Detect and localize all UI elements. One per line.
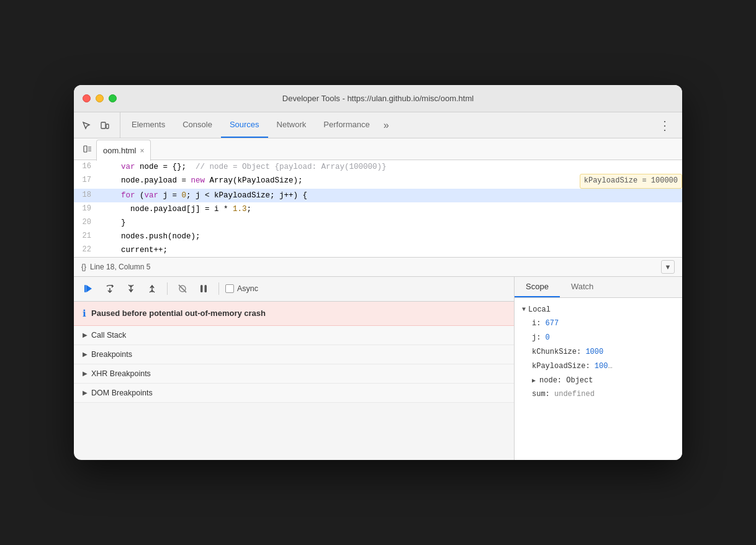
xhr-breakpoints-header[interactable]: ▶ XHR Breakpoints [74,364,514,383]
scope-key-j: j: [532,333,546,342]
line-content-21: nodes.push(node); [97,230,682,243]
breakpoints-arrow: ▶ [83,351,88,358]
svg-rect-1 [106,124,109,128]
maximize-button[interactable] [109,94,117,102]
line-content-17: node.payload = new Array(kPayloadSize); [97,174,575,187]
window-title: Developer Tools - https://ulan.github.io… [282,94,474,103]
dom-breakpoints-label: DOM Breakpoints [91,389,153,397]
statusbar: {} Line 18, Column 5 ▼ [74,257,682,277]
async-label: Async [237,284,258,293]
tab-sources[interactable]: Sources [221,112,268,138]
inspect-icon[interactable] [79,118,94,133]
filetab-close-button[interactable]: × [140,146,144,155]
line-num-22: 22 [74,243,97,256]
statusbar-collapse-button[interactable]: ▼ [661,260,675,274]
scope-content: ▼ Local i: 677 j: 0 kChunkSize: 1000 kPa… [515,298,682,407]
debug-right-panel: Scope Watch ▼ Local i: 677 j: 0 kChunkSi… [515,277,682,460]
scope-item-kpayloadsize: kPayloadSize: 100… [522,359,675,374]
code-line-22: 22 current++; [74,243,682,257]
breakpoints-header[interactable]: ▶ Breakpoints [74,345,514,364]
debug-toolbar: Async [74,277,514,302]
pause-message: Paused before potential out-of-memory cr… [91,309,266,318]
statusbar-position: Line 18, Column 5 [90,263,150,271]
step-into-button[interactable] [122,281,140,297]
code-line-18: 18 for (var j = 0; j < kPayloadSize; j++… [74,189,682,202]
tab-elements[interactable]: Elements [123,112,174,138]
tab-performance[interactable]: Performance [315,112,378,138]
file-tab-oom[interactable]: oom.html × [96,140,151,161]
line-num-18: 18 [74,189,97,201]
svg-line-8 [179,285,186,292]
titlebar: Developer Tools - https://ulan.github.io… [74,85,682,112]
dom-breakpoints-section: ▶ DOM Breakpoints [74,384,514,403]
dom-breakpoints-arrow: ▶ [83,389,88,396]
pause-on-exception-button[interactable] [195,281,212,297]
close-button[interactable] [83,94,91,102]
async-checkbox-container[interactable]: Async [225,284,258,293]
device-icon[interactable] [97,118,112,133]
scope-val-kpayloadsize-overflow: … [608,362,612,371]
scope-key-kpayloadsize: kPayloadSize: [532,362,595,371]
scope-val-kpayloadsize: 100 [595,362,608,371]
local-section-arrow: ▼ [522,304,526,315]
code-line-16: 16 var node = {}; // node = Object {payl… [74,160,682,174]
scope-item-i: i: 677 [522,317,675,331]
scope-item-sum: sum: undefined [522,387,675,402]
node-arrow: ▶ [532,377,539,384]
line-num-20: 20 [74,216,97,228]
xhr-breakpoints-arrow: ▶ [83,370,88,377]
debug-left-panel: Async ℹ Paused before potential out-of-m… [74,277,515,460]
debug-area: Async ℹ Paused before potential out-of-m… [74,277,682,460]
svg-rect-0 [101,122,106,128]
line-num-16: 16 [74,160,97,173]
line-content-16: var node = {}; // node = Object {payload… [97,160,682,174]
call-stack-label: Call Stack [91,331,126,340]
line-num-19: 19 [74,202,97,215]
toolbar-separator-2 [218,282,219,295]
line-content-19: node.payload[j] = i * 1.3; [97,202,682,216]
scope-tab[interactable]: Scope [515,277,560,297]
devtools-window: Developer Tools - https://ulan.github.io… [74,85,682,459]
scope-val-i: 677 [546,319,559,328]
tab-network[interactable]: Network [268,112,315,138]
scope-watch-tabs: Scope Watch [515,277,682,298]
svg-rect-7 [84,285,86,292]
watch-tab[interactable]: Watch [560,277,605,297]
scope-val-kchunksize: 1000 [585,348,603,356]
async-checkbox[interactable] [225,284,234,293]
local-label: Local [528,303,551,317]
minimize-button[interactable] [96,94,104,102]
filetab-label: oom.html [103,146,136,155]
deactivate-breakpoints-button[interactable] [174,281,191,297]
call-stack-arrow: ▶ [83,331,88,338]
svg-rect-2 [84,146,87,152]
line-content-20: } [97,216,682,230]
xhr-breakpoints-section: ▶ XHR Breakpoints [74,364,514,384]
svg-rect-11 [205,285,207,292]
call-stack-header[interactable]: ▶ Call Stack [74,326,514,345]
local-section-label: ▼ Local [522,303,675,317]
xhr-breakpoints-label: XHR Breakpoints [91,369,151,378]
tab-console[interactable]: Console [174,112,221,138]
line-num-17: 17 [74,174,97,186]
code-line-17: 17 node.payload = new Array(kPayloadSize… [74,174,682,188]
dom-breakpoints-header[interactable]: ▶ DOM Breakpoints [74,384,514,402]
scope-val-j: 0 [546,333,550,342]
sidebar-toggle-icon[interactable] [79,140,96,158]
scope-item-kchunksize: kChunkSize: 1000 [522,345,675,359]
breakpoints-section: ▶ Breakpoints [74,345,514,364]
statusbar-curly-icon: {} [81,263,86,271]
file-tabbar: oom.html × [74,138,682,160]
more-tabs-button[interactable]: » [379,112,394,138]
tabbar-left-icons [79,112,120,138]
step-out-button[interactable] [143,281,161,297]
line-num-21: 21 [74,230,97,242]
svg-rect-10 [200,285,203,292]
devtools-menu-button[interactable]: ⋮ [652,112,677,138]
code-editor[interactable]: 16 var node = {}; // node = Object {payl… [74,160,682,256]
step-over-button[interactable] [101,281,119,297]
scope-key-sum: sum: [532,390,554,399]
pause-banner: ℹ Paused before potential out-of-memory … [74,302,514,326]
resume-button[interactable] [80,281,97,297]
tabbar: Elements Console Sources Network Perform… [74,112,682,138]
